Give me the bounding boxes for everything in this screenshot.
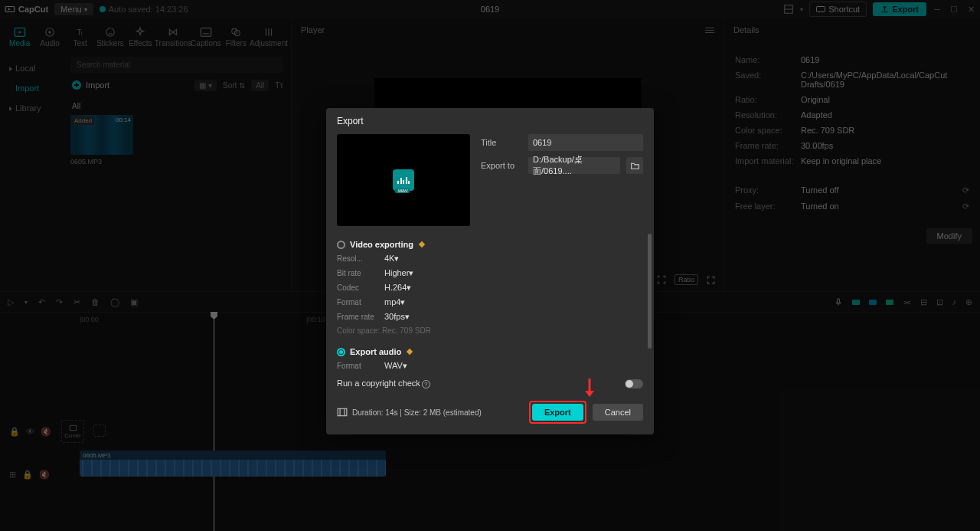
cancel-button[interactable]: Cancel	[593, 404, 643, 421]
premium-icon	[407, 349, 413, 355]
chevron-down-icon: ▾	[400, 297, 405, 306]
video-format-select: mp4▾	[384, 297, 405, 307]
export-preview: .WAV	[337, 134, 470, 226]
radio-on-icon[interactable]	[337, 348, 345, 356]
folder-icon	[630, 162, 640, 170]
audio-export-section[interactable]: Export audio	[337, 347, 643, 356]
video-export-section[interactable]: Video exporting	[337, 240, 643, 249]
copyright-label: Run a copyright check?	[337, 379, 430, 388]
highlight-annotation: Export	[529, 401, 586, 424]
chevron-down-icon: ▾	[409, 268, 413, 277]
codec-select: H.264▾	[384, 283, 411, 293]
bitrate-select: Higher▾	[384, 268, 413, 278]
film-icon	[337, 408, 348, 417]
chevron-down-icon: ▾	[405, 312, 410, 321]
export-confirm-button[interactable]: Export	[532, 404, 583, 421]
copyright-toggle[interactable]	[625, 379, 643, 388]
resolution-select: 4K▾	[384, 254, 399, 264]
info-icon[interactable]: ?	[422, 380, 430, 388]
audio-format-select[interactable]: WAV▾	[384, 361, 407, 371]
export-dialog: Export .WAV Title Export to D:/Backup/桌面…	[326, 108, 654, 434]
wav-file-icon: .WAV	[393, 169, 414, 191]
annotation-arrow	[583, 377, 596, 398]
export-info: Duration: 14s | Size: 2 MB (estimated)	[337, 408, 482, 417]
colorspace-text: Color space: Rec. 709 SDR	[337, 326, 431, 335]
scrollbar[interactable]	[648, 234, 652, 349]
chevron-down-icon: ▾	[394, 254, 399, 263]
chevron-down-icon: ▾	[407, 283, 411, 292]
title-input[interactable]	[528, 134, 643, 151]
dialog-title: Export	[326, 108, 654, 134]
chevron-down-icon: ▾	[403, 361, 407, 370]
export-path: D:/Backup/桌面/0619....	[528, 157, 620, 174]
radio-off-icon[interactable]	[337, 241, 345, 249]
framerate-select: 30fps▾	[384, 312, 410, 322]
svg-rect-19	[338, 408, 347, 415]
browse-folder-button[interactable]	[626, 157, 643, 174]
premium-icon	[419, 241, 425, 247]
